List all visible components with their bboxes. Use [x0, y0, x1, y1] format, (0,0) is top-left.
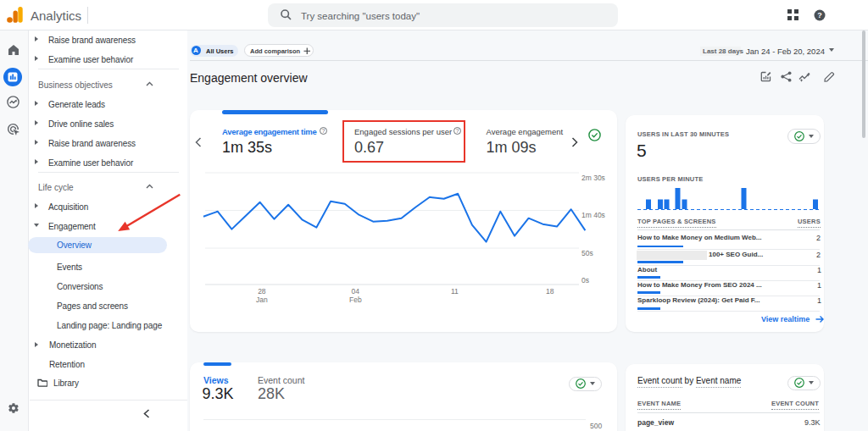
svg-text:?: ? — [322, 128, 326, 134]
svg-text:?: ? — [817, 11, 822, 19]
